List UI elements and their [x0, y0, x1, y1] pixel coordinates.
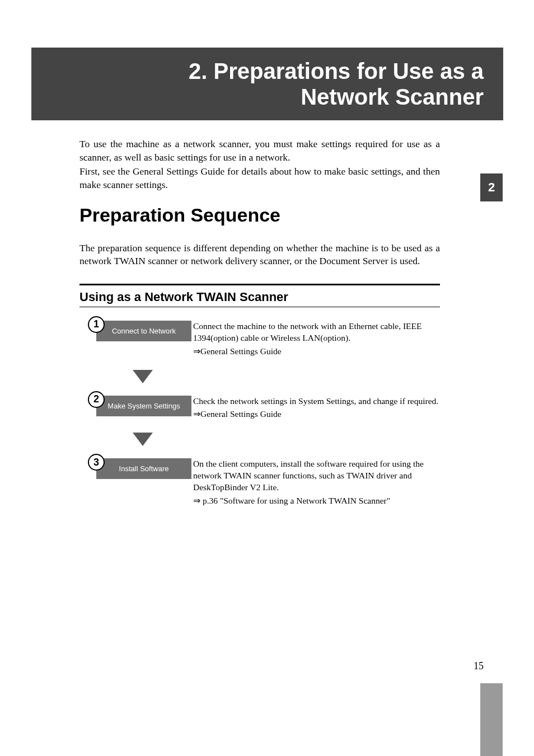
intro-paragraph-1: To use the machine as a network scanner,… — [79, 138, 440, 164]
divider-thin — [79, 307, 440, 307]
chapter-header: 2. Preparations for Use as a Network Sca… — [31, 48, 503, 120]
step-2: 2 Make System Settings Check the network… — [79, 396, 440, 421]
step-3-description: On the client computers, install the sof… — [193, 458, 440, 494]
step-2-reference: ⇒General Settings Guide — [193, 408, 440, 420]
step-1: 1 Connect to Network Connect the machine… — [79, 321, 440, 358]
right-bar-decoration — [480, 683, 503, 756]
step-3-box: Install Software — [96, 458, 191, 479]
divider-thick — [79, 284, 440, 285]
chapter-title: 2. Preparations for Use as a Network Sca… — [189, 58, 484, 110]
arrow-down-icon — [133, 433, 153, 446]
step-3-right: On the client computers, install the sof… — [191, 458, 440, 507]
page-number: 15 — [474, 660, 484, 672]
step-3: 3 Install Software On the client compute… — [79, 458, 440, 507]
step-3-reference: ⇒ p.36 "Software for using a Network TWA… — [193, 495, 440, 507]
step-1-reference: ⇒General Settings Guide — [193, 346, 440, 358]
step-1-left: 1 Connect to Network — [79, 321, 191, 341]
step-2-box: Make System Settings — [96, 396, 191, 416]
step-3-left: 3 Install Software — [79, 458, 191, 479]
step-1-badge: 1 — [88, 316, 105, 333]
step-2-description: Check the network settings in System Set… — [193, 396, 440, 407]
section-text: The preparation sequence is different de… — [79, 242, 440, 268]
step-2-right: Check the network settings in System Set… — [191, 396, 440, 421]
arrow-down-icon — [133, 370, 153, 383]
chapter-title-line2: Network Scanner — [301, 84, 484, 109]
subsection-heading: Using as a Network TWAIN Scanner — [79, 290, 440, 304]
chapter-title-line1: 2. Preparations for Use as a — [189, 59, 484, 83]
section-heading: Preparation Sequence — [79, 204, 440, 226]
content-area: To use the machine as a network scanner,… — [79, 138, 440, 507]
intro-paragraph-2: First, see the General Settings Guide fo… — [79, 165, 440, 191]
step-2-badge: 2 — [88, 391, 105, 408]
step-1-right: Connect the machine to the network with … — [191, 321, 440, 358]
step-1-description: Connect the machine to the network with … — [193, 321, 440, 344]
side-tab-number: 2 — [488, 180, 495, 195]
step-2-left: 2 Make System Settings — [79, 396, 191, 416]
side-tab: 2 — [480, 173, 503, 201]
step-1-box: Connect to Network — [96, 321, 191, 341]
